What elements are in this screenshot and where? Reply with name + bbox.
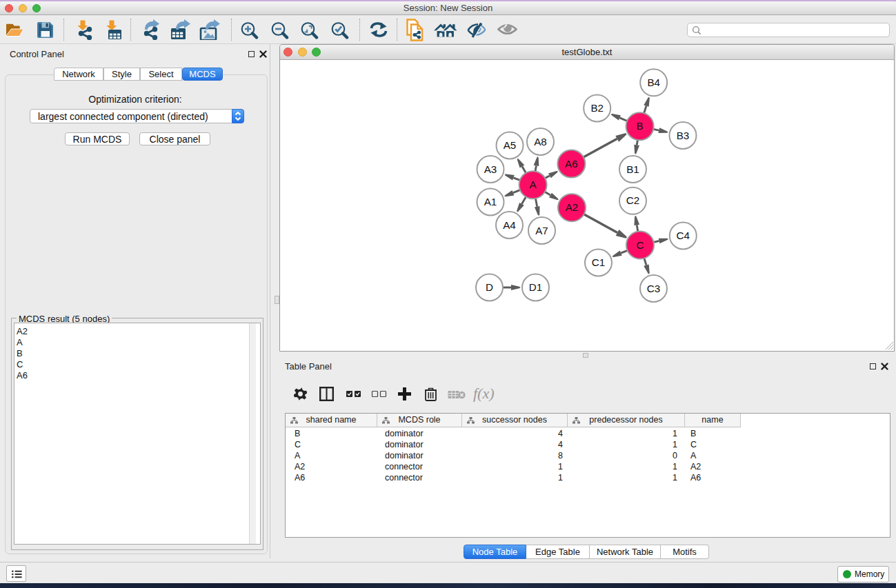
svg-text:A5: A5 (504, 139, 517, 151)
svg-text:B4: B4 (647, 77, 660, 88)
svg-text:A4: A4 (503, 219, 516, 231)
svg-text:D1: D1 (529, 281, 542, 293)
svg-text:A7: A7 (535, 225, 548, 236)
svg-text:C3: C3 (647, 283, 660, 294)
svg-text:B1: B1 (626, 163, 639, 175)
svg-text:B2: B2 (590, 102, 604, 114)
svg-text:D: D (486, 281, 493, 293)
svg-text:A1: A1 (484, 196, 497, 207)
svg-text:B3: B3 (677, 130, 690, 141)
svg-text:A2: A2 (566, 201, 579, 213)
svg-text:C4: C4 (677, 230, 690, 241)
svg-text:A: A (530, 179, 537, 190)
svg-text:A8: A8 (534, 136, 547, 148)
svg-text:A6: A6 (565, 158, 578, 170)
svg-text:C2: C2 (626, 194, 639, 206)
svg-text:C: C (637, 239, 644, 251)
svg-text:C1: C1 (592, 256, 605, 268)
svg-text:A3: A3 (484, 163, 497, 175)
svg-text:B: B (637, 120, 644, 132)
